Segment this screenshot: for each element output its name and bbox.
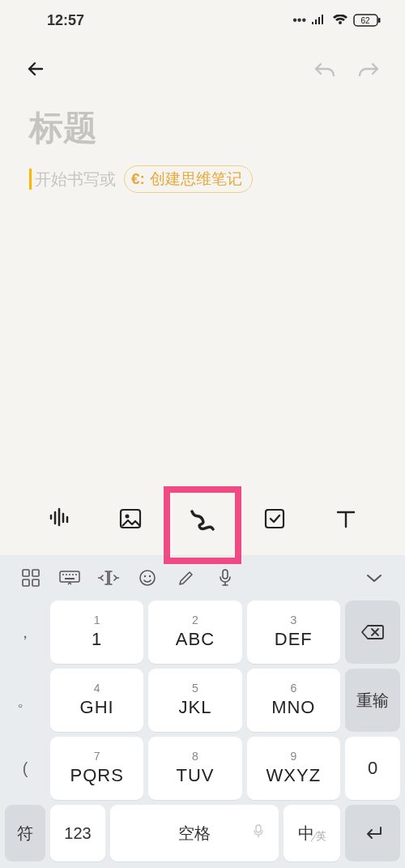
svg-point-15 [75, 574, 77, 575]
body-placeholder[interactable]: 开始书写或 [35, 169, 116, 190]
kb-emoji-icon[interactable] [128, 562, 167, 594]
svg-rect-7 [32, 570, 39, 576]
kb-sym-comma[interactable]: ， [5, 601, 45, 664]
svg-rect-21 [256, 825, 261, 832]
voice-tool[interactable] [40, 499, 79, 538]
status-bar: 12:57 ••• 62 [0, 0, 405, 41]
kb-key-mno[interactable]: 6MNO [247, 669, 340, 732]
kb-keyboard-icon[interactable] [50, 562, 89, 594]
svg-point-13 [69, 574, 70, 575]
text-caret [29, 169, 32, 190]
kb-symbols[interactable]: 符 [5, 805, 45, 862]
svg-point-18 [144, 575, 146, 577]
kb-pencil-icon[interactable] [167, 562, 206, 594]
svg-rect-1 [378, 18, 381, 23]
mindnote-chip-icon: €: [131, 170, 145, 188]
kb-space-label: 空格 [178, 823, 211, 844]
mindnote-chip[interactable]: €: 创建思维笔记 [124, 165, 253, 193]
kb-grid-icon[interactable] [11, 562, 50, 594]
svg-point-17 [140, 571, 155, 585]
kb-key-ghi[interactable]: 4GHI [50, 669, 143, 732]
kb-mic-icon[interactable] [206, 562, 245, 594]
kb-123[interactable]: 123 [50, 805, 105, 862]
kb-cursor-icon[interactable] [89, 562, 128, 594]
kb-sym-period[interactable]: 。 [5, 669, 45, 732]
svg-rect-10 [60, 571, 79, 582]
svg-rect-5 [266, 510, 284, 528]
checkbox-tool[interactable] [255, 499, 294, 538]
kb-key-tuv[interactable]: 8TUV [148, 737, 241, 800]
svg-point-14 [72, 574, 74, 575]
keyboard: ， 。 ( 11 2ABC 3DEF 4GHI 5JKL 6MNO 7PQRS … [0, 555, 405, 868]
wifi-icon [332, 15, 348, 26]
kb-enter[interactable] [345, 805, 400, 862]
svg-rect-6 [23, 570, 29, 576]
kb-key-0[interactable]: 0 [345, 737, 400, 800]
kb-key-1[interactable]: 11 [50, 601, 143, 664]
svg-rect-20 [223, 570, 228, 579]
kb-key-jkl[interactable]: 5JKL [148, 669, 241, 732]
clock: 12:57 [47, 12, 84, 29]
kb-collapse-icon[interactable] [355, 562, 394, 594]
svg-point-4 [126, 515, 130, 519]
mic-icon [253, 824, 264, 843]
svg-point-19 [149, 575, 151, 577]
battery-icon: 62 [353, 14, 381, 27]
kb-reinput[interactable]: 重输 [345, 669, 400, 732]
title-placeholder[interactable]: 标题 [29, 105, 376, 151]
svg-point-11 [62, 574, 64, 575]
kb-space[interactable]: 空格 [110, 805, 279, 862]
image-tool[interactable] [111, 499, 150, 538]
back-button[interactable] [23, 55, 50, 83]
svg-point-12 [66, 574, 67, 575]
mindnote-chip-label: 创建思维笔记 [150, 169, 242, 190]
svg-rect-9 [32, 579, 39, 586]
undo-button[interactable] [311, 55, 339, 83]
more-icon: ••• [292, 13, 306, 28]
note-editor[interactable]: 标题 开始书写或 €: 创建思维笔记 [0, 97, 405, 482]
kb-key-wxyz[interactable]: 9WXYZ [247, 737, 340, 800]
status-icons: ••• 62 [292, 13, 381, 28]
kb-sym-paren[interactable]: ( [5, 737, 45, 800]
kb-backspace[interactable] [345, 601, 400, 664]
nav-bar [0, 41, 405, 97]
redo-button[interactable] [355, 55, 382, 83]
svg-rect-8 [23, 579, 29, 586]
svg-text:62: 62 [360, 16, 370, 25]
signal-icon [311, 15, 327, 26]
svg-rect-16 [65, 578, 75, 579]
kb-key-abc[interactable]: 2ABC [148, 601, 241, 664]
kb-key-def[interactable]: 3DEF [247, 601, 340, 664]
tutorial-highlight [164, 486, 241, 564]
text-tool[interactable] [326, 499, 365, 538]
kb-key-pqrs[interactable]: 7PQRS [50, 737, 143, 800]
kb-lang-switch[interactable]: 中 英 [284, 805, 340, 862]
